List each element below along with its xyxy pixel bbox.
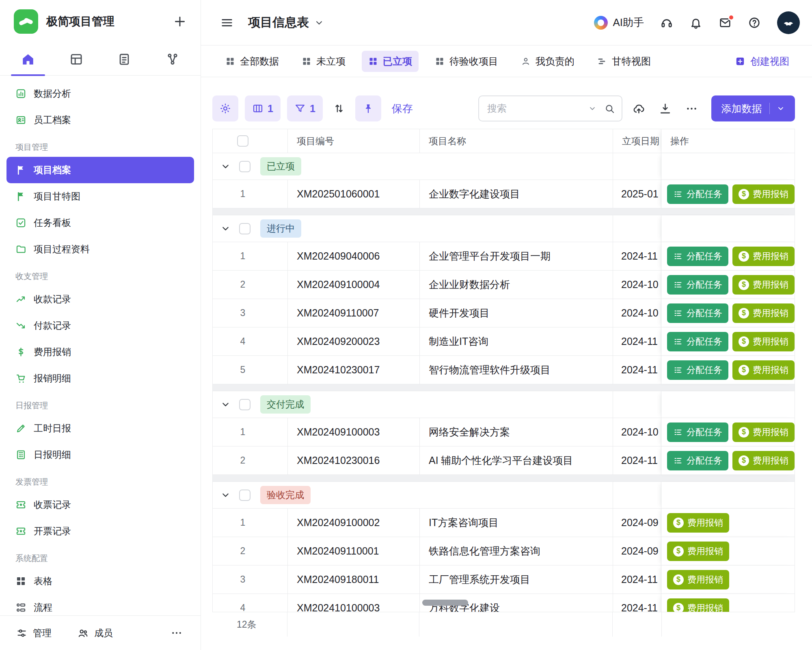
search-input[interactable]	[487, 103, 583, 114]
project-code-cell[interactable]: XM202410100003	[288, 594, 420, 612]
export-icon[interactable]	[659, 102, 672, 115]
help-icon[interactable]	[748, 16, 761, 29]
view-tab-0[interactable]: 全部数据	[219, 51, 285, 72]
home-icon[interactable]	[21, 52, 35, 66]
sidebar-item[interactable]: 报销明细	[6, 365, 194, 392]
view-tab-3[interactable]: 待验收项目	[428, 51, 505, 72]
project-code-cell[interactable]: XM202409100004	[288, 271, 420, 299]
project-date-cell[interactable]: 2024-11	[613, 327, 661, 356]
project-name-cell[interactable]: 工厂管理系统开发项目	[420, 566, 613, 594]
sidebar-item[interactable]: 项目甘特图	[6, 183, 194, 210]
select-all-checkbox[interactable]	[237, 135, 248, 147]
table-row[interactable]: 1XM202409040006企业管理平台开发项目一期2024-11分配任务$费…	[213, 242, 795, 271]
project-code-cell[interactable]: XM202409180011	[288, 566, 420, 594]
manage-button[interactable]: 管理	[16, 627, 52, 639]
expense-claim-button[interactable]: $费用报销	[732, 247, 795, 266]
table-row[interactable]: 5XM202410230017智行物流管理软件升级项目2024-11分配任务$费…	[213, 356, 795, 384]
sidebar-item[interactable]: 数据分析	[6, 80, 194, 107]
table-row[interactable]: 2XM202410230016AI 辅助个性化学习平台建设项目2024-11分配…	[213, 446, 795, 475]
sidebar-item[interactable]: 收票记录	[6, 492, 194, 518]
table-row[interactable]: 1XM202409100003网络安全解决方案2024-10分配任务$费用报销	[213, 418, 795, 446]
add-workspace-icon[interactable]	[173, 15, 187, 28]
group-collapse-icon[interactable]	[220, 161, 231, 172]
expense-claim-button[interactable]: $费用报销	[732, 422, 795, 442]
inbox-button[interactable]	[719, 16, 732, 29]
table-row[interactable]: 1XM202409100002IT方案咨询项目2024-09$费用报销	[213, 509, 795, 537]
project-date-cell[interactable]: 2024-09	[613, 537, 661, 566]
sidebar-item[interactable]: 项目档案	[6, 157, 194, 183]
project-name-cell[interactable]: 企业数字化建设项目	[420, 180, 613, 208]
view-tab-4[interactable]: 我负责的	[514, 51, 581, 72]
table-view-icon[interactable]	[69, 52, 83, 66]
project-date-cell[interactable]: 2024-10	[613, 418, 661, 446]
sidebar-more-icon[interactable]	[171, 627, 183, 639]
project-date-cell[interactable]: 2024-11	[613, 566, 661, 594]
assign-task-button[interactable]: 分配任务	[667, 332, 728, 351]
project-name-cell[interactable]: 铁路信息化管理方案咨询	[420, 537, 613, 566]
column-header-code[interactable]: 项目编号	[288, 129, 420, 153]
ai-assistant-button[interactable]: AI助手	[594, 15, 644, 30]
pin-button[interactable]	[355, 95, 381, 121]
column-header-actions[interactable]: 操作	[661, 129, 795, 153]
support-icon[interactable]	[660, 16, 673, 29]
project-name-cell[interactable]: IT方案咨询项目	[420, 509, 613, 537]
expense-claim-button[interactable]: $费用报销	[667, 513, 729, 533]
expense-claim-button[interactable]: $费用报销	[732, 332, 795, 351]
project-date-cell[interactable]: 2024-09	[613, 509, 661, 537]
table-row[interactable]: 3XM202409180011工厂管理系统开发项目2024-11$费用报销	[213, 566, 795, 594]
group-collapse-icon[interactable]	[220, 223, 231, 234]
notifications-icon[interactable]	[689, 16, 702, 29]
workflow-icon[interactable]	[166, 52, 179, 66]
project-name-cell[interactable]: AI 辅助个性化学习平台建设项目	[420, 446, 613, 475]
assign-task-button[interactable]: 分配任务	[667, 184, 728, 204]
project-date-cell[interactable]: 2024-10	[613, 271, 661, 299]
add-data-button[interactable]: 添加数据	[711, 95, 795, 121]
project-code-cell[interactable]: XM202409100002	[288, 509, 420, 537]
project-name-cell[interactable]: 智行物流管理软件升级项目	[420, 356, 613, 384]
sidebar-item[interactable]: 日报明细	[6, 442, 194, 468]
assign-task-button[interactable]: 分配任务	[667, 275, 728, 295]
group-checkbox[interactable]	[239, 399, 251, 410]
view-tab-2[interactable]: 已立项	[362, 51, 419, 72]
title-dropdown-icon[interactable]	[314, 17, 324, 28]
assign-task-button[interactable]: 分配任务	[667, 360, 728, 380]
horizontal-scrollbar-thumb[interactable]	[422, 600, 468, 606]
assign-task-button[interactable]: 分配任务	[667, 247, 728, 266]
group-checkbox[interactable]	[239, 223, 251, 234]
table-row[interactable]: 4XM202410100003万科数字化建设2024-11$费用报销	[213, 594, 795, 612]
project-code-cell[interactable]: XM202409110007	[288, 299, 420, 327]
table-row[interactable]: 2XM202409100004企业业财数据分析2024-10分配任务$费用报销	[213, 271, 795, 299]
project-code-cell[interactable]: XM202409040006	[288, 242, 420, 271]
sidebar-item[interactable]: 任务看板	[6, 210, 194, 236]
field-config-button[interactable]: 1	[245, 95, 281, 121]
table-row[interactable]: 2XM202409110001铁路信息化管理方案咨询2024-09$费用报销	[213, 537, 795, 566]
project-code-cell[interactable]: XM202409200023	[288, 327, 420, 356]
sidebar-item[interactable]: 收款记录	[6, 286, 194, 312]
search-icon[interactable]	[604, 103, 615, 114]
view-settings-button[interactable]	[212, 95, 238, 121]
members-button[interactable]: 成员	[78, 627, 113, 639]
expense-claim-button[interactable]: $费用报销	[732, 360, 795, 380]
column-header-date[interactable]: 立项日期	[613, 129, 661, 153]
expense-claim-button[interactable]: $费用报销	[732, 451, 795, 470]
sidebar-item[interactable]: 费用报销	[6, 339, 194, 365]
project-name-cell[interactable]: 企业管理平台开发项目一期	[420, 242, 613, 271]
expense-claim-button[interactable]: $费用报销	[667, 542, 729, 561]
project-code-cell[interactable]: XM202410230016	[288, 446, 420, 475]
menu-toggle-icon[interactable]	[220, 16, 233, 29]
import-icon[interactable]	[633, 102, 645, 115]
expense-claim-button[interactable]: $费用报销	[732, 303, 795, 323]
project-date-cell[interactable]: 2024-10	[613, 299, 661, 327]
project-name-cell[interactable]: 网络安全解决方案	[420, 418, 613, 446]
project-name-cell[interactable]: 硬件开发项目	[420, 299, 613, 327]
assign-task-button[interactable]: 分配任务	[667, 303, 728, 323]
column-header-name[interactable]: 项目名称	[420, 129, 613, 153]
project-code-cell[interactable]: XM202409100003	[288, 418, 420, 446]
expense-claim-button[interactable]: $费用报销	[732, 275, 795, 295]
project-code-cell[interactable]: XM202410230017	[288, 356, 420, 384]
view-tab-6[interactable]: 创建视图	[728, 51, 796, 72]
expense-claim-button[interactable]: $费用报销	[667, 598, 729, 612]
group-checkbox[interactable]	[239, 490, 251, 501]
save-button[interactable]: 保存	[392, 102, 413, 116]
view-tab-1[interactable]: 未立项	[295, 51, 352, 72]
